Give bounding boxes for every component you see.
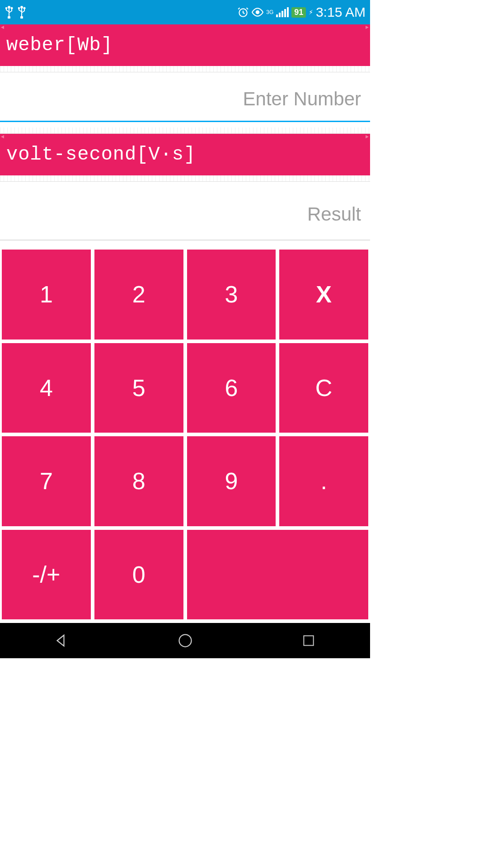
result-placeholder: Result <box>307 203 361 225</box>
nav-recent-button[interactable] <box>299 631 319 651</box>
charging-icon: ⚡ <box>309 8 313 17</box>
svg-point-11 <box>256 11 259 14</box>
navigation-bar <box>0 623 370 658</box>
key-8[interactable]: 8 <box>94 436 183 526</box>
network-type: 3G <box>266 9 273 15</box>
chevron-right-icon: ► <box>366 134 369 140</box>
keypad: 1 2 3 X 4 5 6 C 7 8 9 . -/+ 0 <box>0 250 370 623</box>
svg-point-12 <box>179 635 191 647</box>
clock-time: 3:15 AM <box>316 5 366 20</box>
number-input[interactable]: Enter Number <box>0 72 370 122</box>
key-sign[interactable]: -/+ <box>2 530 91 620</box>
chevron-left-icon: ◄ <box>1 24 5 31</box>
svg-point-8 <box>23 7 26 9</box>
svg-point-3 <box>11 7 13 9</box>
nav-home-button[interactable] <box>175 631 195 651</box>
unit-to-selector[interactable]: ◄ volt-second[V·s] ► <box>0 134 370 175</box>
key-6[interactable]: 6 <box>187 343 276 433</box>
unit-to-label: volt-second[V·s] <box>6 144 196 165</box>
gap <box>0 122 370 127</box>
key-decimal[interactable]: . <box>279 436 368 526</box>
spacer <box>0 241 370 250</box>
input-placeholder: Enter Number <box>243 88 361 110</box>
status-bar: 3G 91 ⚡ 3:15 AM <box>0 0 370 24</box>
chevron-left-icon: ◄ <box>1 134 5 140</box>
ruler-divider <box>0 127 370 134</box>
ruler-divider <box>0 175 370 182</box>
key-9[interactable]: 9 <box>187 436 276 526</box>
unit-from-label: weber[Wb] <box>6 34 113 56</box>
key-4[interactable]: 4 <box>2 343 91 433</box>
key-5[interactable]: 5 <box>94 343 183 433</box>
nav-back-button[interactable] <box>52 631 72 651</box>
battery-indicator: 91 <box>291 7 306 18</box>
alarm-icon <box>237 6 249 18</box>
ruler-divider <box>0 66 370 72</box>
battery-level: 91 <box>294 8 303 17</box>
key-clear[interactable]: C <box>279 343 368 433</box>
key-7[interactable]: 7 <box>2 436 91 526</box>
usb-icon <box>17 5 26 19</box>
key-delete[interactable]: X <box>279 250 368 340</box>
key-blank[interactable] <box>187 530 369 620</box>
chevron-right-icon: ► <box>366 24 369 31</box>
usb-icon <box>5 5 14 19</box>
key-2[interactable]: 2 <box>94 250 183 340</box>
unit-from-selector[interactable]: ◄ weber[Wb] ► <box>0 24 370 66</box>
signal-icon <box>276 7 289 17</box>
key-0[interactable]: 0 <box>94 530 183 620</box>
result-output: Result <box>0 182 370 241</box>
svg-rect-4 <box>8 16 10 19</box>
svg-rect-13 <box>304 636 313 645</box>
svg-rect-9 <box>20 16 23 19</box>
key-3[interactable]: 3 <box>187 250 276 340</box>
svg-rect-2 <box>5 7 7 9</box>
key-1[interactable]: 1 <box>2 250 91 340</box>
svg-rect-7 <box>18 7 20 9</box>
eye-icon <box>252 6 263 18</box>
